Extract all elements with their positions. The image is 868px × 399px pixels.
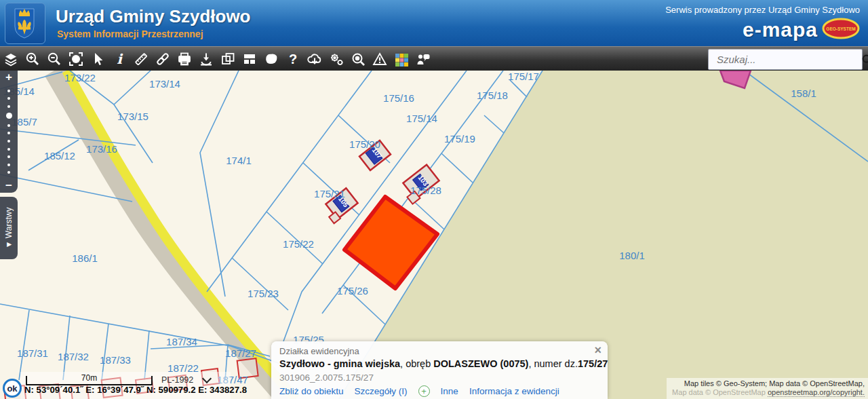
layers-panel-tab[interactable]: ▼ Warstwy: [0, 197, 18, 259]
toolbar: i ?: [0, 46, 868, 71]
link-icon: [155, 51, 171, 67]
pointer-button[interactable]: [87, 48, 108, 71]
help-icon: ?: [285, 51, 301, 67]
svg-text:i: i: [117, 51, 123, 67]
mosaic-layers-button[interactable]: [391, 48, 412, 71]
org-title: Urząd Gminy Szydłowo: [56, 6, 251, 27]
zoom-out-button[interactable]: [43, 48, 65, 71]
zoom-out-icon: [46, 51, 62, 67]
help-button[interactable]: ?: [282, 48, 304, 71]
svg-text:GEO-SYSTEM: GEO-SYSTEM: [826, 26, 855, 31]
crs-label: PL-1992: [161, 375, 193, 385]
org-subtitle: System Informacji Przestrzennej: [57, 28, 203, 39]
copyright-link[interactable]: openstreetmap.org/copyright.: [768, 388, 865, 397]
coordinates-pin-icon: [198, 51, 214, 67]
popup-title: Działka ewidencyjna: [279, 345, 599, 357]
measure-icon: [133, 51, 149, 67]
info-button[interactable]: i: [108, 48, 130, 71]
zoom-slider[interactable]: + −: [0, 71, 18, 193]
zoom-in-button[interactable]: [22, 48, 43, 71]
preview-search-icon: [350, 51, 366, 67]
attribution-line1: Map tiles © Geo-System; Map data © OpenS…: [684, 379, 865, 387]
svg-text:?: ?: [289, 52, 297, 66]
map-attribution: Map tiles © Geo-System; Map data © OpenS…: [667, 378, 868, 399]
parcel-info-popup: Działka ewidencyjna × Szydłowo - gmina w…: [271, 341, 608, 399]
gmina-coat-of-arms-icon: [5, 3, 45, 44]
print-icon: [176, 51, 193, 67]
compare-icon: [220, 51, 236, 67]
crs-dropdown[interactable]: PL-1992: [161, 373, 216, 385]
area-select-icon: [263, 51, 279, 67]
warning-icon: [372, 51, 388, 67]
zoom-out-map-button[interactable]: −: [0, 179, 18, 193]
cloud-download-button[interactable]: [304, 48, 326, 71]
attribution-line2: Map data © OpenStreetMap: [672, 388, 768, 396]
mosaic-layers-icon: [393, 51, 410, 67]
full-extent-icon: [68, 51, 84, 67]
ok-button[interactable]: ok: [3, 379, 22, 398]
chevron-down-icon: [202, 374, 212, 383]
search-input[interactable]: [709, 54, 857, 65]
zoom-in-map-button[interactable]: +: [0, 71, 18, 84]
settings-button[interactable]: [326, 48, 347, 71]
zoom-to-object-link[interactable]: Zbliż do obiektu: [279, 384, 344, 398]
feedback-button[interactable]: [412, 48, 434, 71]
feedback-icon: [415, 51, 431, 67]
scale-label: 70m: [81, 373, 97, 383]
service-note: Serwis prowadzony przez Urząd Gminy Szyd…: [665, 5, 860, 15]
layers-button[interactable]: [0, 48, 22, 71]
details-link[interactable]: Szczegóły (I): [355, 384, 408, 398]
add-icon[interactable]: +: [418, 385, 430, 397]
print-button[interactable]: [174, 48, 195, 71]
zoom-handle[interactable]: [6, 113, 12, 119]
layers-tab-label: ▼ Warstwy: [4, 208, 14, 249]
other-link[interactable]: Inne: [441, 384, 458, 398]
settings-gears-icon: [328, 51, 344, 67]
link-button[interactable]: [152, 48, 174, 71]
zoom-in-icon: [24, 51, 41, 67]
map-viewport: 107 105 103: [0, 71, 868, 399]
emapa-brand: e-mapa: [743, 18, 818, 41]
area-select-button[interactable]: [260, 48, 282, 71]
layers-icon: [3, 51, 19, 67]
cloud-download-icon: [306, 51, 323, 67]
zoom-track: [0, 84, 18, 179]
panels-button[interactable]: [239, 48, 260, 71]
scale-bar: 70m: [26, 376, 153, 385]
preview-search-button[interactable]: [347, 48, 369, 71]
coordinates-readout: N: 53°09´40.1˝ E: 16°39´47.9˝ N: 590979.…: [24, 385, 247, 395]
compare-button[interactable]: [217, 48, 239, 71]
registry-info-link[interactable]: Informacja z ewidencji: [469, 384, 559, 398]
coordinates-pin-button[interactable]: [195, 48, 217, 71]
full-extent-button[interactable]: [65, 48, 87, 71]
pointer-icon: [90, 51, 106, 67]
parcel-id: 301906_2.0075.175/27: [279, 371, 599, 384]
close-icon[interactable]: ×: [594, 344, 601, 356]
app-header: Urząd Gminy Szydłowo System Informacji P…: [0, 0, 868, 47]
warning-button[interactable]: [369, 48, 391, 71]
info-icon: i: [111, 51, 127, 67]
geosystem-logo-icon: GEO-SYSTEM: [822, 18, 860, 42]
search-box: [708, 49, 863, 70]
search-icon[interactable]: [857, 50, 868, 69]
panels-icon: [241, 51, 258, 67]
parcel-description: Szydłowo - gmina wiejska, obręb DOLASZEW…: [279, 357, 599, 371]
measure-button[interactable]: [130, 48, 152, 71]
e-mapa-app: Urząd Gminy Szydłowo System Informacji P…: [0, 0, 868, 399]
